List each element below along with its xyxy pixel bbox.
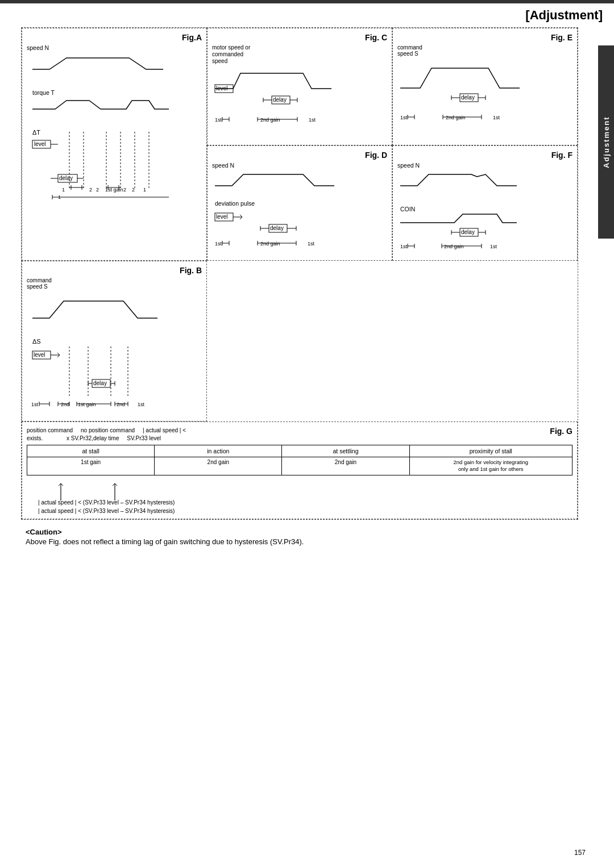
- svg-text:2nd gain: 2nd gain: [260, 241, 280, 247]
- sidebar-label: Adjustment: [598, 45, 614, 239]
- svg-line-105: [57, 355, 60, 357]
- fig-a-title: Fig.A: [27, 33, 202, 42]
- fig-g-col-proximity: proximity of stall: [410, 445, 572, 457]
- svg-text:delay: delay: [270, 225, 284, 231]
- fig-b-title: Fig. B: [27, 266, 202, 275]
- fig-c-diagram: level delay 1st 2nd gain: [212, 65, 360, 139]
- fig-a-diagram: torque T ΔT level delay: [27, 52, 180, 217]
- fig-g-title: Fig. G: [550, 427, 572, 436]
- svg-text:1st: 1st: [490, 244, 497, 249]
- fig-g-col-in-action: in action: [155, 445, 282, 457]
- svg-text:1st: 1st: [215, 117, 222, 123]
- fig-e-diagram: delay 1st 2nd gain 1st: [397, 57, 534, 131]
- main-content: Fig.A speed N torque T ΔT level: [0, 25, 614, 552]
- svg-text:level: level: [216, 214, 228, 220]
- svg-line-68: [240, 217, 242, 219]
- svg-text:2nd gain: 2nd gain: [444, 244, 464, 249]
- svg-text:2nd gain: 2nd gain: [446, 115, 466, 120]
- svg-text:2nd: 2nd: [61, 402, 69, 407]
- svg-text:1st: 1st: [309, 117, 316, 123]
- svg-text:1st: 1st: [308, 241, 315, 247]
- svg-text:level: level: [34, 352, 45, 358]
- caution-text: Above Fig. does not reflect a timing lag…: [26, 537, 574, 546]
- fig-c-cell: Fig. C motor speed orcommandedspeed leve…: [207, 28, 392, 145]
- fig-b-diagram: ΔS level delay: [27, 290, 180, 415]
- svg-text:COIN: COIN: [400, 206, 415, 212]
- svg-text:1: 1: [62, 187, 65, 193]
- svg-text:ΔT: ΔT: [32, 129, 40, 136]
- svg-text:delay: delay: [461, 94, 475, 101]
- svg-text:2: 2: [96, 187, 99, 193]
- fig-g-gain-note: 2nd gain for velocity integratingonly an…: [410, 457, 572, 475]
- fig-e-cell: Fig. E commandspeed S delay 1st 2nd gain: [392, 28, 578, 145]
- svg-text:delay: delay: [273, 97, 287, 103]
- fig-g-cell: position command no position command | a…: [22, 422, 578, 519]
- fig-g-gain-2nd-a: 2nd gain: [155, 457, 282, 475]
- svg-line-138: [115, 483, 117, 486]
- fig-d-diagram: deviation pulse level delay 1st: [212, 169, 360, 254]
- figures-container: Fig.A speed N torque T ΔT level: [21, 27, 578, 520]
- svg-text:delay: delay: [461, 229, 475, 235]
- svg-text:torque T: torque T: [32, 89, 55, 96]
- fig-f-cell: Fig. F speed N COIN delay 1st: [392, 145, 578, 261]
- fig-d-speed-label: speed N: [212, 162, 387, 169]
- page-title: [Adjustment]: [0, 3, 614, 25]
- svg-text:1st: 1st: [215, 241, 222, 247]
- svg-text:level: level: [34, 141, 46, 147]
- fig-b-command-label: commandspeed S: [27, 277, 202, 290]
- fig-e-title: Fig. E: [397, 33, 572, 42]
- svg-text:2: 2: [89, 187, 92, 193]
- fig-g-header-text: position command no position command | a…: [27, 427, 186, 443]
- svg-text:2nd: 2nd: [117, 402, 125, 407]
- fig-g-gain-1st: 1st gain: [27, 457, 155, 475]
- svg-text:1st: 1st: [31, 402, 39, 407]
- svg-text:1: 1: [143, 187, 146, 193]
- svg-text:delay: delay: [93, 380, 107, 386]
- svg-text:ΔS: ΔS: [32, 338, 41, 345]
- svg-text:1st: 1st: [493, 115, 500, 120]
- svg-text:2: 2: [123, 187, 126, 193]
- fig-a-speed-label: speed N: [27, 44, 202, 51]
- svg-line-67: [240, 215, 242, 217]
- fig-e-command-label: commandspeed S: [397, 44, 572, 57]
- fig-g-position-cmd: position command no position command | a…: [27, 427, 186, 433]
- fig-g-gain-2nd-b: 2nd gain: [282, 457, 409, 475]
- fig-b-cell: Fig. B commandspeed S ΔS level: [22, 261, 207, 422]
- fig-g-exists: exists. x SV.Pr32,delay time SV.Pr33 lev…: [27, 435, 161, 441]
- svg-text:1st: 1st: [400, 244, 408, 249]
- page-number: 157: [574, 849, 586, 857]
- fig-f-diagram: COIN delay 1st 2nd gain 1st: [397, 169, 534, 254]
- fig-g-col-at-settling: at settling: [282, 445, 409, 457]
- fig-f-speed-label: speed N: [397, 162, 572, 169]
- caution-section: <Caution> Above Fig. does not reflect a …: [21, 528, 578, 546]
- svg-text:2nd gain: 2nd gain: [260, 117, 280, 123]
- svg-text:1st: 1st: [400, 115, 408, 120]
- fig-d-cell: Fig. D speed N deviation pulse level del…: [207, 145, 392, 261]
- svg-text:delay: delay: [59, 175, 73, 181]
- fig-g-hysteresis-2: | actual speed | < (SV.Pr33 level – SV.P…: [27, 508, 572, 514]
- fig-g-col-at-stall: at stall: [27, 445, 155, 457]
- fig-a-cell: Fig.A speed N torque T ΔT level: [22, 28, 207, 261]
- svg-text:deviation pulse: deviation pulse: [215, 200, 255, 207]
- fig-f-title: Fig. F: [397, 151, 572, 160]
- caution-title: <Caution>: [26, 528, 574, 536]
- fig-c-motor-label: motor speed orcommandedspeed: [212, 44, 387, 65]
- svg-text:1st: 1st: [138, 402, 145, 407]
- fig-d-title: Fig. D: [212, 151, 387, 160]
- svg-text:2: 2: [132, 187, 135, 193]
- fig-c-title: Fig. C: [212, 33, 387, 42]
- svg-text:1st gain: 1st gain: [78, 402, 96, 407]
- svg-line-104: [57, 353, 60, 355]
